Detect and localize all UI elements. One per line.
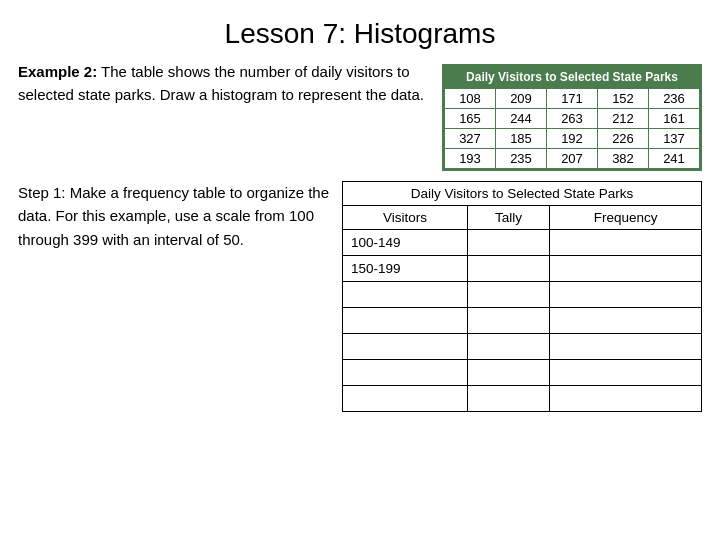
visitors-range: 150-199 — [343, 256, 468, 282]
table-cell: 152 — [598, 89, 649, 109]
example-label: Example 2: — [18, 63, 97, 80]
table-cell: 137 — [649, 129, 700, 149]
frequency-cell — [550, 308, 702, 334]
frequency-cell — [550, 256, 702, 282]
step1-text: Make a frequency table to organize the d… — [18, 184, 329, 248]
frequency-cell — [550, 230, 702, 256]
page-title: Lesson 7: Histograms — [0, 0, 720, 60]
freq-table-header-row: Visitors Tally Frequency — [343, 206, 702, 230]
frequency-cell — [550, 386, 702, 412]
visitors-range — [343, 334, 468, 360]
top-section: Example 2: The table shows the number of… — [18, 60, 702, 171]
table-row: 327 185 192 226 137 — [445, 129, 700, 149]
visitors-range — [343, 282, 468, 308]
tally-cell — [467, 308, 550, 334]
tally-cell — [467, 230, 550, 256]
visitors-range — [343, 360, 468, 386]
table-row — [343, 334, 702, 360]
table-cell: 327 — [445, 129, 496, 149]
table-row — [343, 386, 702, 412]
tally-cell — [467, 282, 550, 308]
table-cell: 382 — [598, 149, 649, 169]
table-cell: 165 — [445, 109, 496, 129]
step1-label: Step 1: — [18, 184, 66, 201]
table-row: 100-149 — [343, 230, 702, 256]
tally-cell — [467, 256, 550, 282]
table-cell: 235 — [496, 149, 547, 169]
table-cell: 226 — [598, 129, 649, 149]
tally-cell — [467, 334, 550, 360]
visitors-range — [343, 308, 468, 334]
table-cell: 236 — [649, 89, 700, 109]
table-cell: 263 — [547, 109, 598, 129]
table-row — [343, 282, 702, 308]
visitors-range — [343, 386, 468, 412]
table-cell: 193 — [445, 149, 496, 169]
frequency-cell — [550, 282, 702, 308]
table-cell: 171 — [547, 89, 598, 109]
example-text: Example 2: The table shows the number of… — [18, 60, 442, 107]
table-row: 165 244 263 212 161 — [445, 109, 700, 129]
data-table-outer: Daily Visitors to Selected State Parks 1… — [442, 64, 702, 171]
freq-table-title: Daily Visitors to Selected State Parks — [342, 181, 702, 205]
frequency-cell — [550, 360, 702, 386]
freq-table: Visitors Tally Frequency 100-149 150-199 — [342, 205, 702, 412]
table-cell: 241 — [649, 149, 700, 169]
table-row — [343, 308, 702, 334]
tally-cell — [467, 386, 550, 412]
table-cell: 192 — [547, 129, 598, 149]
data-table-header: Daily Visitors to Selected State Parks — [444, 66, 700, 88]
table-cell: 207 — [547, 149, 598, 169]
step1-paragraph: Step 1: Make a frequency table to organi… — [18, 181, 342, 251]
table-cell: 212 — [598, 109, 649, 129]
col-header-tally: Tally — [467, 206, 550, 230]
table-cell: 244 — [496, 109, 547, 129]
bottom-section: Step 1: Make a frequency table to organi… — [18, 181, 702, 412]
data-table-inner: 108 209 171 152 236 165 244 263 212 161 — [444, 88, 700, 169]
table-cell: 185 — [496, 129, 547, 149]
table-row — [343, 360, 702, 386]
tally-cell — [467, 360, 550, 386]
table-row: 108 209 171 152 236 — [445, 89, 700, 109]
table-cell: 108 — [445, 89, 496, 109]
frequency-cell — [550, 334, 702, 360]
freq-table-container: Daily Visitors to Selected State Parks V… — [342, 181, 702, 412]
table-row: 150-199 — [343, 256, 702, 282]
visitors-range: 100-149 — [343, 230, 468, 256]
content-area: Example 2: The table shows the number of… — [0, 60, 720, 412]
col-header-frequency: Frequency — [550, 206, 702, 230]
table-cell: 161 — [649, 109, 700, 129]
table-row: 193 235 207 382 241 — [445, 149, 700, 169]
col-header-visitors: Visitors — [343, 206, 468, 230]
table-cell: 209 — [496, 89, 547, 109]
